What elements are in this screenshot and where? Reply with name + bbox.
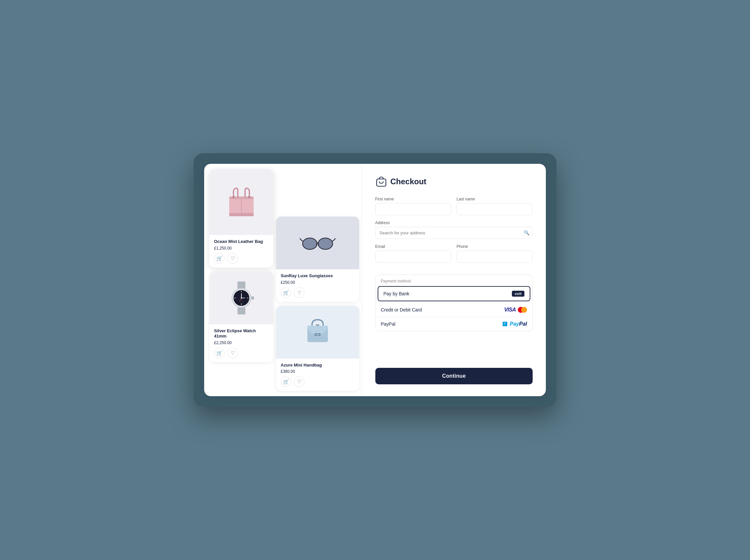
address-row: Address 🔍 xyxy=(375,221,533,239)
svg-rect-7 xyxy=(237,307,245,314)
email-label: Email xyxy=(375,244,452,249)
address-input[interactable] xyxy=(375,227,533,239)
mc-circle-yellow xyxy=(521,307,527,313)
address-wrap: 🔍 xyxy=(375,227,533,239)
product-name-sunglasses-1: SunRay Luxe Sunglasses xyxy=(281,273,355,279)
email-input[interactable] xyxy=(375,250,452,263)
payment-section: Payment method Pay by Bank volt Credit o… xyxy=(375,274,533,331)
last-name-label: Last name xyxy=(456,197,533,201)
checkout-title: Checkout xyxy=(391,177,427,186)
bag-blue-svg xyxy=(303,316,333,349)
email-group: Email xyxy=(375,244,452,263)
product-actions-bag-1: 🛒 ♡ xyxy=(214,253,269,264)
main-card: Ocean Mist Leather Bag £1,250.00 🛒 ♡ xyxy=(204,164,546,396)
product-info-watch-1: Silver Eclipse Watch 41mm £2,250.00 🛒 ♡ xyxy=(210,324,273,362)
contact-row: Email Phone xyxy=(375,244,533,263)
last-name-input[interactable] xyxy=(456,203,533,215)
wishlist-sunglasses-1[interactable]: ♡ xyxy=(294,287,304,298)
wishlist-bag-2[interactable]: ♡ xyxy=(294,376,304,387)
payment-option-paypal[interactable]: PayPal 🅿 PayPal xyxy=(376,317,533,331)
add-to-cart-sunglasses-1[interactable]: 🛒 xyxy=(281,287,291,298)
svg-rect-2 xyxy=(229,213,254,216)
volt-logo-wrap: volt xyxy=(512,291,525,297)
pay-by-bank-label: Pay by Bank xyxy=(383,291,410,296)
wishlist-bag-1[interactable]: ♡ xyxy=(227,253,238,264)
checkout-bag-icon xyxy=(375,176,387,188)
add-to-cart-watch-1[interactable]: 🛒 xyxy=(214,348,224,358)
first-name-input[interactable] xyxy=(375,203,452,215)
product-name-bag-1: Ocean Mist Leather Bag xyxy=(214,239,269,245)
svg-rect-27 xyxy=(316,324,319,326)
product-price-bag-1: £1,250.00 xyxy=(214,246,269,250)
svg-point-25 xyxy=(316,244,317,245)
visa-text: VISA xyxy=(504,307,516,313)
watch-svg xyxy=(225,280,258,316)
product-price-bag-2: £380.00 xyxy=(281,369,355,374)
paypal-logo-wrap: 🅿 PayPal xyxy=(502,321,527,327)
card-logo-wrap: VISA xyxy=(504,307,527,313)
svg-rect-4 xyxy=(233,196,235,198)
product-col-right: SunRay Luxe Sunglasses £250.00 🛒 ♡ xyxy=(273,164,362,396)
bag-pink-svg xyxy=(223,184,260,220)
svg-rect-19 xyxy=(251,296,254,299)
product-price-sunglasses-1: £250.00 xyxy=(281,280,355,285)
card-label: Credit or Debit Card xyxy=(381,307,422,312)
paypal-icon: 🅿 xyxy=(502,322,507,327)
product-image-bag-1 xyxy=(210,169,273,235)
paypal-p1: Pay xyxy=(510,321,519,327)
product-actions-watch-1: 🛒 ♡ xyxy=(214,348,269,358)
product-price-watch-1: £2,250.00 xyxy=(214,340,269,345)
checkout-side: Checkout First name Last name Address xyxy=(362,164,546,396)
product-card-watch-1: Silver Eclipse Watch 41mm £2,250.00 🛒 ♡ xyxy=(210,272,273,362)
product-card-bag-1: Ocean Mist Leather Bag £1,250.00 🛒 ♡ xyxy=(210,169,273,268)
product-info-sunglasses-1: SunRay Luxe Sunglasses £250.00 🛒 ♡ xyxy=(276,269,359,302)
add-to-cart-bag-1[interactable]: 🛒 xyxy=(214,253,224,264)
phone-input[interactable] xyxy=(456,250,533,263)
app-container: Ocean Mist Leather Bag £1,250.00 🛒 ♡ xyxy=(194,153,556,407)
add-to-cart-bag-2[interactable]: 🛒 xyxy=(281,376,291,387)
paypal-text-logo: PayPal xyxy=(510,321,527,327)
address-label: Address xyxy=(375,221,533,225)
paypal-label: PayPal xyxy=(381,322,395,327)
product-actions-bag-2: 🛒 ♡ xyxy=(281,376,355,387)
product-info-bag-2: Azure Mini Handbag £380.00 🛒 ♡ xyxy=(276,359,359,391)
name-row: First name Last name xyxy=(375,197,533,215)
product-name-watch-1: Silver Eclipse Watch 41mm xyxy=(214,328,269,339)
product-card-sunglasses-1: SunRay Luxe Sunglasses £250.00 🛒 ♡ xyxy=(276,216,359,302)
mastercard-logo xyxy=(518,307,527,313)
product-card-bag-2: Azure Mini Handbag £380.00 🛒 ♡ xyxy=(276,306,359,391)
volt-badge: volt xyxy=(512,291,525,297)
products-area: Ocean Mist Leather Bag £1,250.00 🛒 ♡ xyxy=(204,164,362,396)
product-image-watch-1 xyxy=(210,272,273,324)
first-name-group: First name xyxy=(375,197,452,215)
payment-option-pay-by-bank[interactable]: Pay by Bank volt xyxy=(378,286,531,301)
phone-label: Phone xyxy=(456,244,533,249)
continue-button[interactable]: Continue xyxy=(375,368,533,384)
svg-rect-6 xyxy=(237,282,245,289)
product-col-left: Ocean Mist Leather Bag £1,250.00 🛒 ♡ xyxy=(204,164,273,396)
payment-option-card[interactable]: Credit or Debit Card VISA xyxy=(376,303,533,317)
checkout-header: Checkout xyxy=(375,176,533,188)
product-name-bag-2: Azure Mini Handbag xyxy=(281,362,355,368)
paypal-p2: Pal xyxy=(519,321,527,327)
product-image-bag-2 xyxy=(276,306,359,359)
product-info-bag-1: Ocean Mist Leather Bag £1,250.00 🛒 ♡ xyxy=(210,235,273,268)
payment-section-label: Payment method xyxy=(376,275,533,286)
svg-rect-32 xyxy=(377,179,386,186)
product-actions-sunglasses-1: 🛒 ♡ xyxy=(281,287,355,298)
svg-rect-5 xyxy=(248,196,250,198)
phone-group: Phone xyxy=(456,244,533,263)
svg-point-26 xyxy=(318,244,320,245)
first-name-label: First name xyxy=(375,197,452,201)
last-name-group: Last name xyxy=(456,197,533,215)
sunglasses-svg xyxy=(299,230,336,256)
product-image-sunglasses-1 xyxy=(276,216,359,269)
svg-point-18 xyxy=(241,297,242,298)
svg-rect-30 xyxy=(316,334,319,335)
wishlist-watch-1[interactable]: ♡ xyxy=(227,348,238,358)
address-group: Address 🔍 xyxy=(375,221,533,239)
